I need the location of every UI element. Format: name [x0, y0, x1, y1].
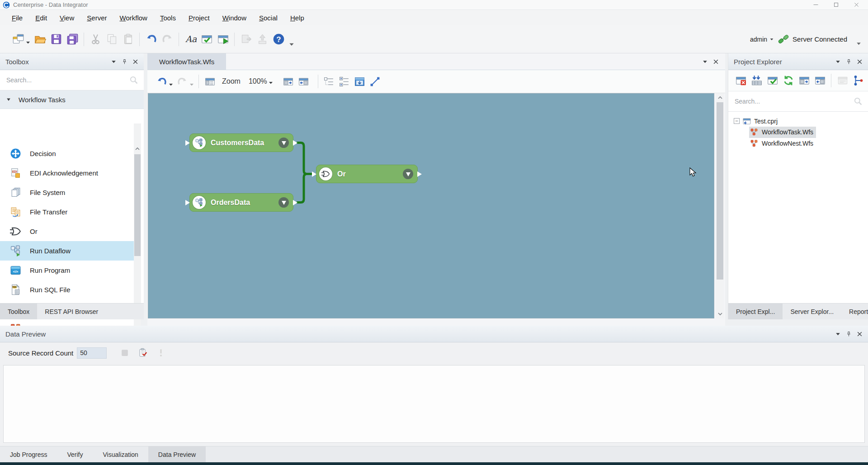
workflow-canvas[interactable]: CustomersDataOrOrdersData	[148, 93, 714, 318]
tree-item-workflownest-wfs[interactable]: WorkflowNest.Wfs	[728, 138, 868, 149]
export-button[interactable]	[238, 31, 254, 47]
toolbox-item-or[interactable]: Or	[0, 222, 134, 241]
document-tab[interactable]: WorkflowTask.Wfs	[147, 53, 226, 70]
toolbox-item-edi-acknowledgement[interactable]: EDIEDI Acknowledgement	[0, 163, 134, 183]
refresh-button[interactable]	[780, 73, 796, 89]
expand-view-button[interactable]	[796, 73, 812, 89]
node-dropdown-icon[interactable]	[403, 169, 413, 179]
project-close-icon[interactable]	[857, 59, 863, 65]
verify-project-button[interactable]	[764, 73, 780, 89]
new-dropdown-icon[interactable]	[25, 40, 31, 45]
cut-button[interactable]	[87, 31, 104, 47]
toolbox-item-run-sql-file[interactable]: SQLRun SQL File	[0, 280, 134, 299]
menu-view[interactable]: View	[54, 12, 80, 24]
toolbox-tab-toolbox[interactable]: Toolbox	[0, 304, 37, 319]
undo-button[interactable]	[143, 31, 159, 47]
menu-edit[interactable]: Edit	[30, 12, 52, 24]
menu-workflow[interactable]: Workflow	[114, 12, 153, 24]
tree-expander-icon[interactable]: −	[734, 118, 740, 124]
node-dropdown-icon[interactable]	[278, 138, 289, 148]
verify-button[interactable]	[198, 31, 215, 47]
close-project-button[interactable]	[733, 73, 749, 89]
redo-dropdown-icon[interactable]	[189, 82, 194, 87]
paste-button[interactable]	[120, 31, 136, 47]
diagnostics-button[interactable]	[154, 346, 168, 360]
stop-button[interactable]	[118, 346, 132, 360]
redo-button[interactable]	[159, 31, 175, 47]
collapse-all-button[interactable]	[296, 74, 311, 89]
new-button[interactable]	[10, 31, 26, 47]
toolbox-dropdown-icon[interactable]	[111, 59, 117, 65]
project-search-input[interactable]	[734, 97, 854, 105]
project-pin-icon[interactable]	[846, 59, 852, 65]
toolbox-item-file-system[interactable]: File System	[0, 183, 134, 202]
toolbox-item-run-program[interactable]: </>Run Program	[0, 261, 134, 280]
deploy-button[interactable]	[254, 31, 270, 47]
zoom-dropdown-icon[interactable]	[268, 80, 274, 85]
toolbox-search-input[interactable]	[5, 76, 129, 84]
zoom-value[interactable]: 100%	[249, 77, 267, 85]
bottom-tab-verify[interactable]: Verify	[57, 446, 93, 462]
collapse-view-button[interactable]	[812, 73, 828, 89]
menu-server[interactable]: Server	[81, 12, 112, 24]
preview-output-button[interactable]	[136, 346, 150, 360]
redo-button[interactable]	[175, 74, 190, 89]
doc-tabs-dropdown-icon[interactable]	[702, 59, 708, 65]
bottom-tab-job-progress[interactable]: Job Progress	[0, 446, 57, 462]
connector-ordersdata-to-or[interactable]	[297, 174, 312, 203]
project-tab-server-explor-[interactable]: Server Explor...	[783, 304, 841, 319]
doc-tab-close-icon[interactable]	[713, 59, 719, 65]
data-preview-dropdown-icon[interactable]	[835, 331, 841, 337]
menu-help[interactable]: Help	[285, 12, 310, 24]
save-button[interactable]	[48, 31, 64, 47]
canvas-scrollbar[interactable]	[716, 93, 724, 318]
tree-root-row[interactable]: − Test.cprj	[728, 115, 868, 127]
project-tab-project-expl-[interactable]: Project Expl...	[728, 304, 783, 319]
bottom-tab-data-preview[interactable]: Data Preview	[148, 446, 206, 462]
get-latest-button[interactable]	[749, 73, 764, 89]
close-button[interactable]	[853, 1, 860, 8]
deploy-config-button[interactable]	[835, 73, 850, 89]
bottom-tab-visualization[interactable]: Visualization	[93, 446, 148, 462]
minimize-button[interactable]	[812, 1, 819, 8]
menu-window[interactable]: Window	[217, 12, 252, 24]
toolbox-item-decision[interactable]: Decision	[0, 144, 134, 163]
workflow-node-or[interactable]: Or	[316, 165, 418, 183]
copy-button[interactable]	[104, 31, 120, 47]
user-menu[interactable]: admin	[750, 36, 774, 43]
undo-button[interactable]	[154, 74, 169, 89]
workflow-node-ordersdata[interactable]: OrdersData	[189, 193, 293, 212]
help-button[interactable]: ?	[270, 31, 287, 47]
toolbox-group-header[interactable]: Workflow Tasks	[0, 90, 144, 109]
dependencies-button[interactable]	[850, 73, 866, 89]
toolbar-overflow-icon[interactable]	[288, 41, 295, 47]
toolbox-item-run-dataflow[interactable]: Run Dataflow	[0, 241, 134, 261]
toolbox-pin-icon[interactable]	[122, 59, 127, 65]
grid-view-button[interactable]	[352, 74, 368, 89]
data-preview-pin-icon[interactable]	[846, 331, 852, 337]
node-dropdown-icon[interactable]	[278, 197, 289, 208]
font-options-button[interactable]: Aa	[182, 31, 198, 47]
menu-project[interactable]: Project	[183, 12, 215, 24]
open-button[interactable]	[32, 31, 48, 47]
menu-file[interactable]: File	[6, 12, 28, 24]
start-button[interactable]	[215, 31, 231, 47]
toolbox-tab-rest-api-browser[interactable]: REST API Browser	[37, 304, 106, 319]
project-dropdown-icon[interactable]	[835, 59, 841, 65]
workflow-node-customersdata[interactable]: CustomersData	[189, 133, 293, 152]
save-all-button[interactable]	[64, 31, 80, 47]
project-tab-report-prop-[interactable]: Report Prop...	[841, 304, 868, 319]
undo-dropdown-icon[interactable]	[168, 82, 174, 87]
expand-all-button[interactable]	[281, 74, 296, 89]
list-view-button[interactable]	[337, 74, 352, 89]
tree-item-workflowtask-wfs[interactable]: WorkflowTask.Wfs	[728, 127, 868, 138]
menu-social[interactable]: Social	[254, 12, 283, 24]
toolbox-close-icon[interactable]	[132, 59, 138, 65]
connector-customersdata-to-or[interactable]	[297, 143, 312, 174]
toolbox-item-file-transfer[interactable]: File Transfer	[0, 202, 134, 222]
outline-view-button[interactable]	[321, 74, 337, 89]
toolbar-right-overflow-icon[interactable]	[856, 41, 862, 47]
draw-link-button[interactable]	[368, 74, 383, 89]
preview-layout-button[interactable]	[202, 74, 217, 89]
maximize-button[interactable]	[833, 1, 840, 8]
